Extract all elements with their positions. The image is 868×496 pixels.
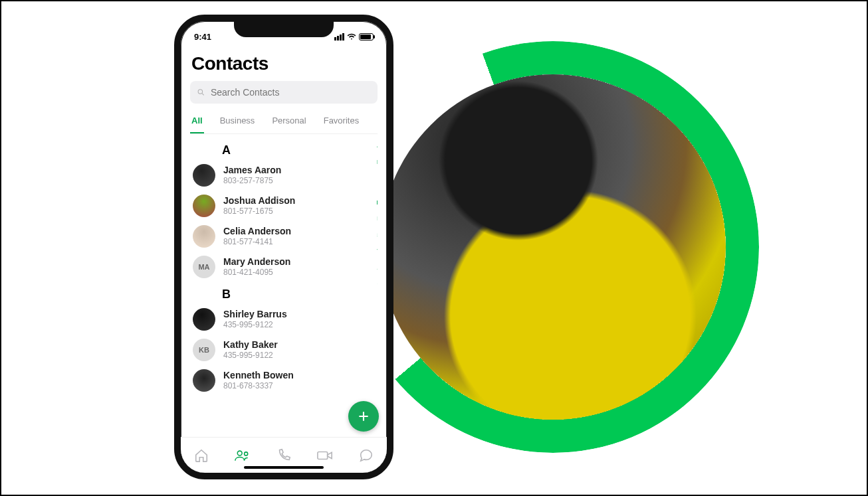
contact-row[interactable]: KB Kathy Baker 435-995-9122 — [190, 335, 378, 365]
tab-personal[interactable]: Personal — [271, 110, 307, 133]
search-icon — [197, 88, 205, 97]
index-letter[interactable]: Z — [378, 264, 378, 272]
index-letter[interactable]: A — [377, 142, 378, 149]
filter-tabs: All Business Personal Favorites — [190, 110, 378, 134]
contact-phone: 801-421-4095 — [223, 268, 290, 277]
contact-name: Shirley Barrus — [223, 309, 287, 320]
avatar — [193, 164, 215, 187]
chat-icon — [359, 448, 374, 463]
index-letter[interactable]: S — [377, 232, 378, 239]
home-indicator — [244, 466, 324, 469]
search-input[interactable] — [211, 87, 371, 98]
nav-contacts[interactable] — [235, 448, 251, 463]
avatar — [193, 369, 215, 392]
tab-favorites[interactable]: Favorites — [322, 110, 360, 133]
nav-calls[interactable] — [276, 448, 292, 463]
contact-name: James Aaron — [223, 165, 281, 176]
phone-frame: 9:41 Contacts All Business Personal Favo… — [174, 15, 393, 479]
contact-name: Mary Anderson — [223, 256, 290, 268]
svg-line-1 — [202, 94, 204, 96]
avatar-initials: KB — [193, 339, 215, 361]
contact-phone: 435-995-9122 — [223, 320, 287, 329]
contact-row[interactable]: Shirley Barrus 435-995-9122 — [190, 304, 378, 335]
alpha-index[interactable]: A•D•FI•M•P•S•V•Z•# — [377, 142, 378, 288]
svg-point-4 — [237, 451, 242, 455]
contact-name: Celia Anderson — [223, 226, 291, 237]
section-header: B — [190, 282, 378, 304]
phone-icon — [276, 448, 291, 463]
contact-row[interactable]: MA Mary Anderson 801-421-4095 — [190, 252, 378, 282]
contact-name: Kenneth Bowen — [223, 370, 294, 381]
index-letter[interactable]: M — [377, 199, 378, 207]
contact-list[interactable]: A•D•FI•M•P•S•V•Z•# A James Aaron 803-257… — [190, 138, 378, 437]
index-letter[interactable]: P — [377, 215, 378, 222]
contact-row[interactable]: Kenneth Bowen 801-678-3337 — [190, 365, 378, 396]
contact-name: Joshua Addison — [223, 195, 295, 207]
page-title: Contacts — [191, 53, 376, 74]
hero-graphic — [347, 41, 759, 453]
index-letter[interactable]: F — [378, 175, 378, 182]
contact-name: Kathy Baker — [223, 339, 278, 351]
nav-chat[interactable] — [358, 448, 374, 463]
index-letter[interactable]: V — [377, 248, 378, 255]
status-icons — [334, 32, 374, 41]
battery-icon — [359, 33, 374, 41]
contact-row[interactable]: Celia Anderson 801-577-4141 — [190, 221, 378, 252]
svg-point-5 — [245, 452, 248, 455]
contact-phone: 801-577-1675 — [223, 207, 295, 216]
hero-photo — [380, 74, 726, 420]
avatar — [193, 308, 215, 331]
people-icon — [235, 448, 251, 463]
phone-notch — [234, 20, 334, 37]
index-letter[interactable]: D — [377, 159, 378, 166]
contact-row[interactable]: James Aaron 803-257-7875 — [190, 160, 378, 191]
avatar — [193, 195, 215, 217]
tab-business[interactable]: Business — [219, 110, 257, 133]
wifi-icon — [347, 32, 356, 41]
signal-icon — [334, 33, 344, 41]
section-header: A — [190, 138, 378, 160]
contact-phone: 803-257-7875 — [223, 176, 281, 185]
status-time: 9:41 — [194, 32, 211, 42]
contact-phone: 801-577-4141 — [223, 237, 291, 246]
home-icon — [194, 448, 209, 463]
plus-icon — [357, 410, 370, 423]
nav-home[interactable] — [193, 448, 209, 463]
contact-phone: 435-995-9122 — [223, 351, 278, 360]
avatar — [193, 225, 215, 248]
contact-phone: 801-678-3337 — [223, 381, 294, 390]
video-icon — [317, 449, 333, 462]
avatar-initials: MA — [193, 256, 215, 278]
svg-point-0 — [198, 90, 202, 94]
search-field[interactable] — [190, 81, 378, 104]
nav-video[interactable] — [317, 448, 333, 463]
contact-row[interactable]: Joshua Addison 801-577-1675 — [190, 191, 378, 221]
add-contact-button[interactable] — [348, 401, 379, 432]
svg-rect-6 — [318, 452, 328, 459]
tab-all[interactable]: All — [190, 110, 204, 133]
